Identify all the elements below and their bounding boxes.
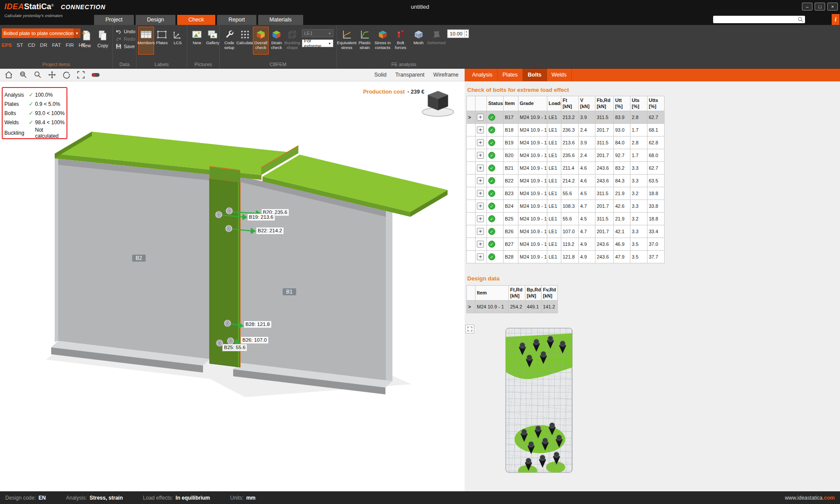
zoom-button[interactable]: [32, 70, 43, 80]
new-picture-button[interactable]: New: [189, 27, 205, 55]
maximize-button[interactable]: □: [815, 3, 825, 10]
spinner-arrows[interactable]: ▲ ▼: [464, 30, 469, 37]
row-expand-button[interactable]: +: [477, 228, 484, 235]
panel-tab-welds[interactable]: Welds: [547, 69, 572, 81]
table-row[interactable]: +✓B24M24 10.9 - 1LE1108.34.7201.742.63.3…: [467, 200, 665, 213]
model-3d-view[interactable]: [0, 81, 465, 491]
ribbon-tab-project[interactable]: Project: [94, 15, 134, 25]
ribbon-tab-materials[interactable]: Materials: [258, 15, 303, 25]
row-expand-button[interactable]: +: [477, 164, 484, 172]
row-select-indicator[interactable]: [467, 200, 476, 213]
table-row[interactable]: +✓B18M24 10.9 - 1LE1236.32.4201.793.01.7…: [467, 124, 665, 136]
load-effect-dropdown[interactable]: LE1 ▼: [302, 29, 333, 37]
undo-button[interactable]: Undo: [116, 28, 136, 35]
search-icon[interactable]: [798, 17, 803, 22]
row-select-indicator[interactable]: [467, 225, 476, 238]
new-project-item-button[interactable]: New: [79, 28, 93, 49]
table-row[interactable]: +✓B22M24 10.9 - 1LE1214.24.6243.684.33.3…: [467, 175, 665, 187]
website-link[interactable]: www.ideastatica.com: [785, 495, 835, 501]
tag-tool-button[interactable]: [90, 70, 101, 80]
row-select-indicator[interactable]: [467, 238, 476, 251]
home-view-button[interactable]: [4, 70, 14, 80]
members-labels-button[interactable]: Members: [138, 27, 154, 55]
plastic-strain-button[interactable]: Plastic strain: [356, 27, 374, 55]
pan-button[interactable]: [47, 70, 57, 80]
buckling-shape-button[interactable]: Buckling shape: [284, 27, 300, 55]
panel-tab-analysis[interactable]: Analysis: [467, 69, 498, 81]
strain-check-button[interactable]: Strain check: [269, 27, 284, 55]
row-expand-button[interactable]: +: [477, 126, 484, 133]
table-row[interactable]: +✓B26M24 10.9 - 1LE1107.04.7201.742.13.3…: [467, 225, 665, 238]
panel-tab-plates[interactable]: Plates: [498, 69, 523, 81]
view-mode-transparent[interactable]: Transparent: [395, 72, 424, 78]
row-expand-button[interactable]: +: [477, 152, 484, 159]
save-button[interactable]: Save: [116, 43, 136, 49]
table-row[interactable]: +✓B25M24 10.9 - 1LE155.64.5311.521.93.21…: [467, 213, 665, 225]
row-select-indicator[interactable]: [467, 251, 476, 263]
analysis-type-dr[interactable]: DR: [40, 42, 47, 48]
view-mode-solid[interactable]: Solid: [374, 72, 387, 78]
code-setup-button[interactable]: Code setup: [221, 27, 237, 55]
table-row[interactable]: +✓B23M24 10.9 - 1LE155.64.5311.521.93.21…: [467, 187, 665, 200]
gallery-button[interactable]: Gallery: [205, 27, 220, 55]
connection-type-dropdown[interactable]: Bolted plate to plate connection desi ▼: [2, 28, 80, 38]
analysis-type-cd[interactable]: CD: [28, 42, 35, 48]
spin-up-icon[interactable]: ▲: [466, 30, 468, 34]
table-row[interactable]: +✓B20M24 10.9 - 1LE1235.62.4201.792.71.7…: [467, 149, 665, 162]
analysis-type-fat[interactable]: FAT: [52, 42, 61, 48]
zoom-window-button[interactable]: [18, 70, 28, 80]
row-select-indicator[interactable]: [467, 162, 476, 175]
search-box[interactable]: [713, 16, 805, 23]
close-button[interactable]: ×: [827, 3, 838, 10]
analysis-type-eps[interactable]: EPS: [2, 42, 12, 48]
info-button[interactable]: i: [832, 14, 840, 25]
row-select-indicator[interactable]: [467, 187, 476, 200]
fit-view-button[interactable]: [76, 70, 86, 80]
row-expand-button[interactable]: +: [477, 241, 484, 248]
ribbon-tab-report[interactable]: Report: [217, 15, 256, 25]
overall-check-button[interactable]: Overall check: [253, 27, 269, 55]
view-mode-wireframe[interactable]: Wireframe: [433, 72, 458, 78]
bolt-forces-button[interactable]: Bolt forces: [392, 27, 410, 55]
row-expand-button[interactable]: +: [477, 177, 484, 184]
lcs-labels-button[interactable]: LCS: [170, 27, 186, 55]
mesh-button[interactable]: Mesh: [410, 27, 427, 55]
row-expand-button[interactable]: +: [477, 253, 484, 260]
minimize-button[interactable]: –: [802, 3, 812, 10]
row-select-indicator[interactable]: [467, 149, 476, 162]
rotate-view-button[interactable]: [61, 70, 72, 80]
copy-project-item-button[interactable]: Copy: [96, 28, 110, 49]
row-select-indicator[interactable]: [467, 213, 476, 225]
spin-down-icon[interactable]: ▼: [466, 34, 468, 37]
row-expand-button[interactable]: +: [477, 114, 484, 121]
deformed-button[interactable]: Deformed: [427, 27, 445, 55]
ribbon-tab-check[interactable]: Check: [177, 15, 215, 25]
row-expand-button[interactable]: +: [477, 203, 484, 210]
ribbon-tab-design[interactable]: Design: [136, 15, 175, 25]
expand-mesh-view-button[interactable]: [466, 325, 474, 333]
redo-button[interactable]: Redo: [116, 36, 136, 42]
search-input[interactable]: [713, 16, 798, 23]
extreme-filter-dropdown[interactable]: For extreme ▼: [302, 39, 333, 47]
row-select-indicator[interactable]: >: [467, 111, 476, 124]
row-expand-button[interactable]: +: [477, 215, 484, 222]
model-viewport[interactable]: Analysis✓100.0%Plates✓0.9 < 5.0%Bolts✓93…: [0, 81, 465, 491]
table-row[interactable]: >M24 10.9 - 1254.2449.1141.2: [467, 301, 558, 313]
analysis-type-st[interactable]: ST: [17, 42, 23, 48]
analysis-type-fir[interactable]: FIR: [66, 42, 74, 48]
row-select-indicator[interactable]: >: [467, 301, 476, 313]
calculate-button[interactable]: Calculate: [237, 27, 253, 55]
row-select-indicator[interactable]: [467, 175, 476, 187]
view-orientation-cube[interactable]: [419, 86, 457, 118]
table-row[interactable]: +✓B28M24 10.9 - 1LE1121.84.9243.647.93.5…: [467, 251, 665, 263]
equivalent-stress-button[interactable]: Equivalent stress: [338, 27, 356, 55]
row-select-indicator[interactable]: [467, 136, 476, 149]
table-row[interactable]: +✓B19M24 10.9 - 1LE1213.63.9311.584.02.8…: [467, 136, 665, 149]
table-row[interactable]: >+✓B17M24 10.9 - 1LE1213.23.9311.583.92.…: [467, 111, 665, 124]
row-expand-button[interactable]: +: [477, 190, 484, 197]
deformation-scale-spinner[interactable]: 10.00 ▲ ▼: [447, 29, 469, 38]
row-select-indicator[interactable]: [467, 124, 476, 136]
plates-labels-button[interactable]: Plates: [154, 27, 170, 55]
table-row[interactable]: +✓B21M24 10.9 - 1LE1211.44.6243.683.23.3…: [467, 162, 665, 175]
row-expand-button[interactable]: +: [477, 139, 484, 146]
